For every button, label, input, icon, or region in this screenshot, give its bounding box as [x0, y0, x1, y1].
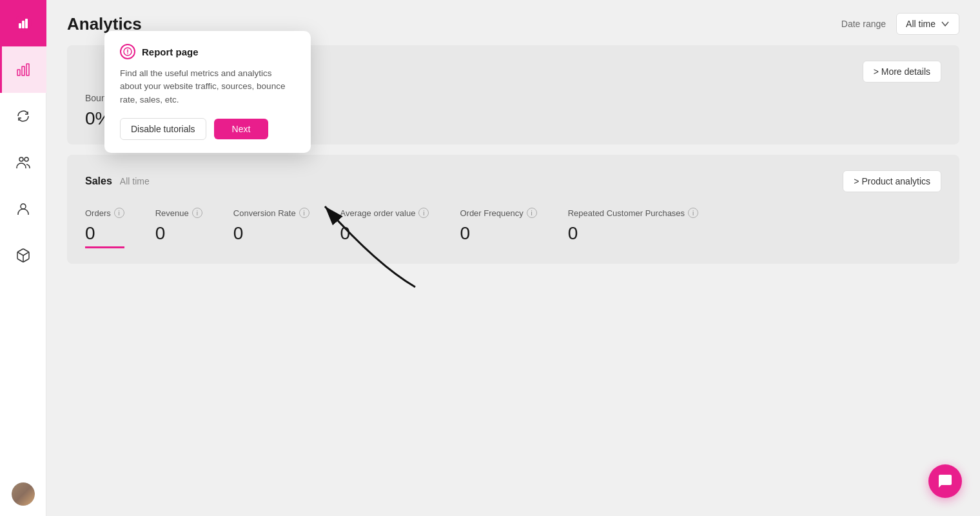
bar-chart-icon	[15, 62, 31, 77]
metric-label-conversion-rate: Conversion Rate i	[233, 208, 309, 218]
metric-item-conversion-rate: Conversion Rate i 0	[233, 208, 309, 244]
repeated-purchases-info-icon[interactable]: i	[688, 208, 698, 218]
conversion-rate-info-icon[interactable]: i	[299, 208, 309, 218]
metric-label-order-frequency: Order Frequency i	[460, 208, 536, 218]
sales-title: Sales	[85, 175, 112, 187]
svg-point-14	[127, 53, 128, 54]
sidebar-item-refresh[interactable]	[0, 93, 46, 139]
svg-rect-2	[22, 21, 24, 28]
sidebar	[0, 0, 46, 516]
date-range-value: All time	[906, 19, 936, 29]
tooltip-actions: Disable tutorials Next	[120, 118, 295, 140]
metric-label-revenue: Revenue i	[155, 208, 202, 218]
metric-value-orders: 0	[85, 223, 124, 248]
revenue-info-icon[interactable]: i	[192, 208, 202, 218]
sidebar-navigation	[0, 46, 46, 482]
svg-rect-4	[17, 70, 20, 75]
metric-value-avg-order: 0	[340, 223, 429, 244]
product-analytics-button[interactable]: > Product analytics	[843, 170, 941, 192]
metric-item-order-frequency: Order Frequency i 0	[460, 208, 536, 244]
disable-tutorials-button[interactable]: Disable tutorials	[120, 118, 206, 140]
metric-value-conversion-rate: 0	[233, 223, 309, 244]
chevron-down-icon	[941, 19, 950, 28]
refresh-icon	[15, 108, 31, 124]
sales-header: Sales All time > Product analytics	[85, 170, 941, 192]
orders-info-icon[interactable]: i	[114, 208, 124, 218]
person-group-icon	[15, 155, 31, 170]
tooltip-header: Report page	[120, 44, 295, 59]
svg-rect-3	[25, 19, 28, 28]
metrics-row: Orders i 0 Revenue i 0 Conversio	[85, 208, 941, 248]
sales-period: All time	[120, 176, 150, 186]
main-content: Analytics Date range All time > More det…	[46, 0, 980, 516]
metric-item-avg-order: Average order value i 0	[340, 208, 429, 244]
metric-item-repeated-purchases: Repeated Customer Purchases i 0	[568, 208, 698, 244]
avg-order-info-icon[interactable]: i	[418, 208, 429, 218]
metric-item-revenue: Revenue i 0	[155, 208, 202, 244]
header-right: Date range All time	[841, 13, 959, 35]
tooltip-icon	[120, 44, 135, 59]
more-details-button[interactable]: > More details	[863, 61, 941, 83]
metric-value-repeated-purchases: 0	[568, 223, 698, 244]
svg-rect-5	[22, 66, 24, 75]
sales-title-group: Sales All time	[85, 175, 150, 187]
svg-rect-6	[26, 64, 29, 75]
svg-point-9	[21, 204, 26, 209]
person-icon	[15, 201, 31, 217]
box-icon	[15, 248, 31, 263]
metric-value-revenue: 0	[155, 223, 202, 244]
metric-label-avg-order: Average order value i	[340, 208, 429, 218]
next-button[interactable]: Next	[214, 119, 269, 139]
svg-rect-1	[19, 23, 21, 28]
sidebar-logo[interactable]	[0, 0, 46, 46]
sidebar-item-person[interactable]	[0, 186, 46, 232]
order-frequency-info-icon[interactable]: i	[527, 208, 537, 218]
metric-item-orders: Orders i 0	[85, 208, 124, 248]
tooltip-body: Find all the useful metrics and analytic…	[120, 67, 295, 106]
header: Analytics Date range All time	[46, 0, 980, 35]
sidebar-item-analytics[interactable]	[0, 46, 46, 93]
tooltip-title: Report page	[142, 46, 199, 57]
metric-label-orders: Orders i	[85, 208, 124, 218]
metric-label-repeated-purchases: Repeated Customer Purchases i	[568, 208, 698, 218]
tutorial-tooltip: Report page Find all the useful metrics …	[104, 31, 311, 153]
metric-value-order-frequency: 0	[460, 223, 536, 244]
warning-icon	[123, 47, 132, 56]
sidebar-item-person-group[interactable]	[0, 139, 46, 186]
sidebar-bottom	[12, 482, 35, 516]
date-range-select[interactable]: All time	[896, 13, 959, 35]
chat-icon	[937, 473, 953, 489]
sales-card: Sales All time > Product analytics Order…	[67, 155, 959, 264]
chat-button[interactable]	[928, 464, 962, 498]
svg-point-7	[19, 157, 23, 161]
sidebar-item-box[interactable]	[0, 232, 46, 279]
date-range-label: Date range	[841, 19, 886, 29]
svg-point-8	[24, 157, 28, 161]
avatar[interactable]	[12, 482, 35, 506]
